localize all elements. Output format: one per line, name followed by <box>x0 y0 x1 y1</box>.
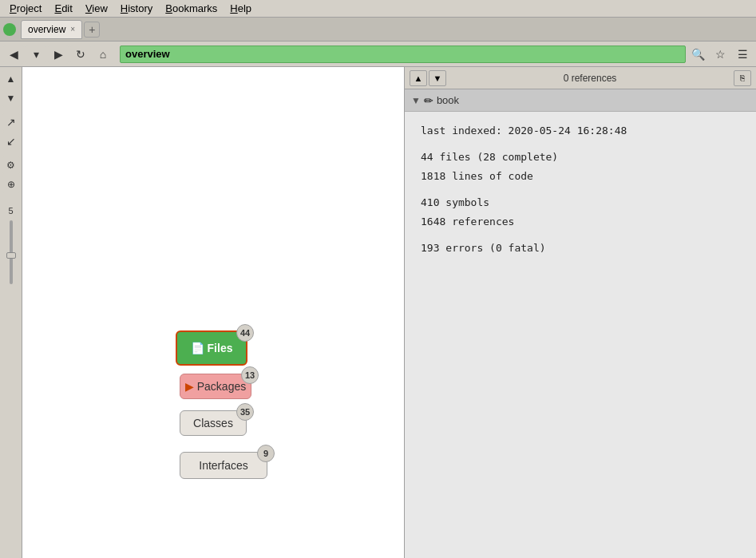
files-badge: 44 <box>236 324 254 342</box>
references-count: 0 references <box>564 73 617 84</box>
new-tab-button[interactable]: + <box>84 22 100 38</box>
side-toolbar: ▲ ▼ ↗ ↙ ⚙ ⊕ 5 <box>0 67 22 558</box>
up-button[interactable]: ▲ <box>2 70 20 88</box>
hamburger-icon: ☰ <box>738 48 748 61</box>
search-button[interactable]: 🔍 <box>687 45 708 64</box>
history-dropdown-button[interactable]: ▾ <box>26 45 46 64</box>
symbols-count-line: 410 symbols <box>421 193 740 212</box>
info-title: book <box>437 94 459 106</box>
traffic-light <box>3 23 16 36</box>
settings-button[interactable]: ⚙ <box>2 156 20 174</box>
right-panel: ▲ ▼ 0 references ⎘ ▼ ✏ book last indexed… <box>405 67 756 558</box>
files-count-line: 44 files (28 complete) <box>421 148 740 166</box>
menu-project[interactable]: Project <box>3 1 48 16</box>
favorites-button[interactable]: ☆ <box>710 45 730 64</box>
lines-count-line: 1818 lines of code <box>421 167 740 185</box>
chevron-down-icon: ▾ <box>34 48 39 61</box>
pencil-icon: ✏ <box>424 94 433 107</box>
share-icon: ⊕ <box>7 179 15 190</box>
packages-node[interactable]: ▶ Packages 13 <box>180 374 251 399</box>
home-icon: ⌂ <box>100 48 106 61</box>
expand-button[interactable]: ↗ <box>2 113 20 131</box>
home-button[interactable]: ⌂ <box>93 45 113 64</box>
tab-overview[interactable]: overview × <box>21 20 82 39</box>
reload-button[interactable]: ↻ <box>70 45 91 64</box>
star-icon: ☆ <box>715 48 726 61</box>
info-toggle-button[interactable]: ▼ <box>411 95 421 106</box>
zoom-slider-thumb[interactable] <box>6 252 16 259</box>
info-header: ▼ ✏ book <box>405 89 756 112</box>
menu-view[interactable]: View <box>79 1 114 16</box>
file-icon: 📄 <box>191 342 204 354</box>
share-button[interactable]: ⊕ <box>2 176 20 193</box>
classes-label: Classes <box>193 417 233 429</box>
packages-label: Packages <box>197 380 246 393</box>
left-panel: ▲ ▼ ↗ ↙ ⚙ ⊕ 5 📄 Files 44 <box>0 67 405 558</box>
ref-up-button[interactable]: ▲ <box>410 70 427 86</box>
reload-icon: ↻ <box>76 48 85 61</box>
down-icon: ▼ <box>6 93 16 104</box>
back-button[interactable]: ◀ <box>3 45 24 64</box>
url-bar[interactable] <box>120 46 686 63</box>
ref-down-button[interactable]: ▼ <box>429 70 446 86</box>
tab-title: overview <box>28 24 65 35</box>
menu-button[interactable]: ☰ <box>732 45 753 64</box>
menubar: Project Edit View History Bookmarks Help <box>0 0 756 18</box>
interfaces-label: Interfaces <box>199 459 247 472</box>
spacer-1 <box>421 140 740 148</box>
packages-arrow-icon: ▶ <box>185 380 194 393</box>
packages-badge: 13 <box>241 366 259 384</box>
zoom-label: 5 <box>8 206 13 216</box>
menu-bookmarks[interactable]: Bookmarks <box>159 1 224 16</box>
search-icon: 🔍 <box>691 48 705 61</box>
tab-close-button[interactable]: × <box>70 25 75 34</box>
info-panel: ▼ ✏ book last indexed: 2020-05-24 16:28:… <box>405 89 756 558</box>
expand-icon: ↗ <box>6 116 16 129</box>
back-icon: ◀ <box>10 48 18 61</box>
copy-button[interactable]: ⎘ <box>734 70 751 86</box>
chevron-up-icon: ▲ <box>414 73 423 83</box>
forward-icon: ▶ <box>54 48 63 61</box>
zoom-slider-track[interactable] <box>10 220 13 284</box>
files-node[interactable]: 📄 Files 44 <box>176 330 247 366</box>
classes-badge: 35 <box>236 403 254 421</box>
collapse-icon: ↙ <box>6 135 16 148</box>
up-icon: ▲ <box>6 73 16 85</box>
forward-button[interactable]: ▶ <box>48 45 69 64</box>
last-indexed-line: last indexed: 2020-05-24 16:28:48 <box>421 121 740 140</box>
interfaces-node[interactable]: Interfaces 9 <box>180 452 267 479</box>
ref-navigation: ▲ ▼ <box>410 70 446 86</box>
info-content: last indexed: 2020-05-24 16:28:48 44 fil… <box>405 112 756 267</box>
classes-node[interactable]: Classes 35 <box>180 410 247 436</box>
files-label: Files <box>208 342 233 354</box>
interfaces-badge: 9 <box>257 445 275 462</box>
references-count-line: 1648 references <box>421 212 740 231</box>
copy-icon: ⎘ <box>740 73 745 82</box>
zoom-control: 5 <box>8 206 13 289</box>
spacer-2 <box>421 185 740 193</box>
down-button[interactable]: ▼ <box>2 89 20 107</box>
gear-icon: ⚙ <box>6 160 15 171</box>
chevron-down-icon: ▼ <box>433 73 442 83</box>
menu-help[interactable]: Help <box>224 1 258 16</box>
tabbar: overview × + <box>0 18 756 42</box>
canvas-area: 📄 Files 44 ▶ Packages 13 Classes 35 Inte… <box>22 67 404 558</box>
errors-count-line: 193 errors (0 fatal) <box>421 239 740 257</box>
menu-history[interactable]: History <box>114 1 159 16</box>
menu-edit[interactable]: Edit <box>48 1 78 16</box>
toolbar: ◀ ▾ ▶ ↻ ⌂ 🔍 ☆ ☰ <box>0 42 756 67</box>
references-bar: ▲ ▼ 0 references ⎘ <box>405 67 756 89</box>
main-content: ▲ ▼ ↗ ↙ ⚙ ⊕ 5 📄 Files 44 <box>0 67 756 558</box>
collapse-button[interactable]: ↙ <box>2 133 20 150</box>
spacer-3 <box>421 231 740 239</box>
